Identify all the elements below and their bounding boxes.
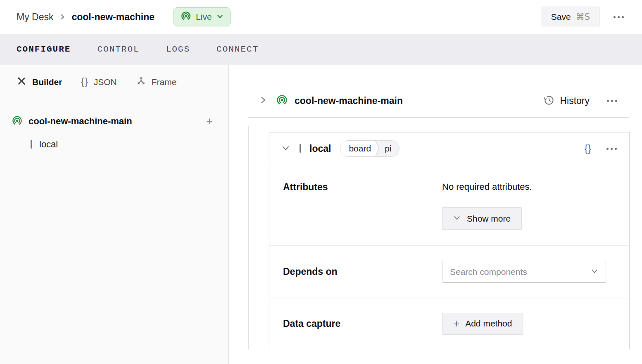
overflow-menu-icon[interactable] [613, 16, 624, 18]
tag-divider-chevron-icon [374, 141, 380, 156]
view-tab-frame[interactable]: Frame [136, 76, 177, 88]
component-card-local: local board pi {} Attributes [269, 132, 630, 349]
machine-status-label: Live [196, 12, 212, 22]
depends-on-section: Depends on Search components [269, 245, 629, 298]
view-tab-frame-label: Frame [152, 77, 177, 87]
component-type-tag: board pi [340, 140, 399, 157]
data-capture-label: Data capture [283, 318, 340, 329]
tools-icon [17, 76, 27, 88]
depends-on-label: Depends on [283, 266, 338, 277]
machine-part-card: cool-new-machine-main History [248, 84, 629, 118]
history-button-label: History [560, 95, 590, 106]
save-button[interactable]: Save ⌘S [542, 7, 599, 27]
content-area: Builder {} JSON Frame [0, 65, 642, 364]
component-card-title: local [309, 143, 331, 154]
indent-guideline [248, 126, 249, 349]
show-more-button[interactable]: Show more [442, 207, 522, 230]
online-broadcast-icon [276, 94, 288, 108]
machine-part-tree: cool-new-machine-main + local [0, 99, 228, 154]
history-clock-icon [543, 95, 554, 107]
component-type: board [340, 141, 374, 156]
online-broadcast-icon [12, 115, 23, 128]
config-view-tabs: Builder {} JSON Frame [0, 65, 228, 99]
breadcrumb-machine-name: cool-new-machine [71, 12, 155, 23]
attributes-section: Attributes No required attributes. Show … [269, 165, 629, 245]
edit-json-braces-icon[interactable]: {} [585, 143, 592, 154]
component-diamond-icon [31, 141, 32, 148]
top-bar: My Desk cool-new-machine Live Save ⌘S [0, 0, 642, 34]
chevron-down-icon [216, 13, 224, 21]
breadcrumb-my-desk[interactable]: My Desk [17, 12, 53, 23]
view-tab-json-label: JSON [94, 77, 117, 87]
part-card-menu-icon[interactable] [607, 100, 617, 102]
braces-icon: {} [81, 76, 88, 87]
chevron-down-icon [591, 267, 598, 277]
view-tab-builder[interactable]: Builder [17, 76, 62, 88]
app-window: My Desk cool-new-machine Live Save ⌘S [0, 0, 642, 364]
expand-chevron-right-icon[interactable] [259, 96, 267, 106]
show-more-label: Show more [467, 214, 511, 224]
machine-status-dropdown[interactable]: Live [174, 7, 231, 26]
save-shortcut-hint: ⌘S [576, 12, 590, 22]
collapse-chevron-down-icon[interactable] [282, 144, 290, 154]
config-sidebar: Builder {} JSON Frame [0, 65, 229, 364]
tree-item-component-local[interactable]: local [0, 135, 228, 154]
tab-configure[interactable]: CONFIGURE [17, 45, 71, 54]
add-method-label: Add method [465, 319, 512, 329]
component-card-menu-icon[interactable] [606, 148, 617, 150]
main-nav-tabs: CONFIGURE CONTROL LOGS CONNECT [0, 34, 642, 65]
component-card-header: local board pi {} [269, 132, 629, 165]
tab-control[interactable]: CONTROL [97, 45, 139, 54]
attributes-empty-text: No required attributes. [442, 182, 532, 192]
tab-logs[interactable]: LOGS [166, 45, 190, 54]
component-diamond-icon [300, 145, 301, 152]
add-method-button[interactable]: + Add method [442, 313, 523, 335]
component-model: pi [380, 141, 399, 156]
tree-item-local-label: local [39, 139, 58, 150]
breadcrumb: My Desk cool-new-machine [17, 12, 155, 23]
frame-axes-icon [136, 76, 146, 88]
chevron-right-icon [59, 14, 66, 20]
add-component-button[interactable]: + [206, 116, 213, 127]
part-card-title: cool-new-machine-main [295, 95, 403, 106]
history-button[interactable]: History [543, 95, 590, 107]
depends-on-select[interactable]: Search components [442, 261, 606, 283]
depends-on-placeholder: Search components [450, 267, 527, 277]
config-main-panel: cool-new-machine-main History [229, 65, 642, 364]
data-capture-section: Data capture + Add method [269, 298, 629, 349]
tree-item-machine-part[interactable]: cool-new-machine-main + [0, 111, 228, 131]
online-broadcast-icon [181, 11, 191, 23]
view-tab-builder-label: Builder [32, 77, 62, 87]
plus-icon: + [453, 318, 459, 329]
save-button-label: Save [551, 12, 571, 22]
tab-connect[interactable]: CONNECT [216, 45, 259, 54]
tree-item-part-label: cool-new-machine-main [29, 116, 132, 127]
chevron-down-icon [453, 214, 461, 223]
view-tab-json[interactable]: {} JSON [81, 76, 117, 87]
attributes-label: Attributes [283, 182, 328, 192]
